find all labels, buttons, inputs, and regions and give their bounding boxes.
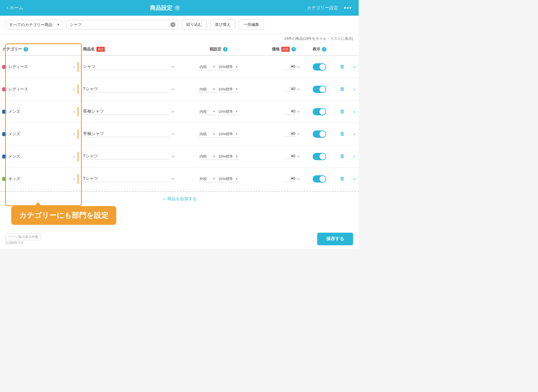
tax-rate-select[interactable]: 10%標準 8%軽減 <box>217 86 239 93</box>
price-value-label: ¥0 <box>284 176 295 181</box>
tax-type-select[interactable]: 内税 外税 不課税 <box>198 153 216 160</box>
name-edit-icon[interactable]: ✏ <box>171 154 175 159</box>
display-toggle[interactable] <box>313 86 326 93</box>
category-expand-icon[interactable]: ∨ <box>73 155 75 158</box>
category-expand-icon[interactable]: ∨ <box>73 110 75 114</box>
bulk-edit-button[interactable]: 一括編集 <box>239 20 264 30</box>
display-toggle[interactable] <box>313 153 326 160</box>
callout-box: カテゴリーにも部門を設定 <box>11 206 116 225</box>
table-row: レディース ∨ シャツ ✏ 内税 外税 不課税 ▼ 10%標準 8%軽減 ▼ <box>0 56 359 78</box>
search-wrapper: ✕ <box>66 20 178 29</box>
tax-type-select[interactable]: 内税 外税 不課税 <box>198 176 216 182</box>
delete-icon[interactable]: 🗑 <box>340 131 345 137</box>
price-edit-icon[interactable]: ✏ <box>297 154 300 159</box>
tax-cell: 内税 外税 不課税 ▼ 10%標準 8%軽減 ▼ <box>179 176 258 182</box>
bottom-bar: ページ毎の表示件数 0,000件です 保存する <box>0 229 359 249</box>
row-detail-icon[interactable]: › <box>353 109 355 114</box>
tax-rate-wrapper: 10%標準 8%軽減 ▼ <box>217 86 239 93</box>
display-cell <box>303 130 336 138</box>
header-title-area: 商品設定 ? <box>150 4 180 12</box>
delete-icon[interactable]: 🗑 <box>340 109 345 115</box>
product-name-label: 半袖シャツ <box>83 131 169 137</box>
tax-rate-select[interactable]: 10%標準 8%軽減 <box>217 153 239 160</box>
display-toggle[interactable] <box>313 108 326 115</box>
save-button[interactable]: 保存する <box>317 233 353 245</box>
tax-rate-select[interactable]: 10%標準 8%軽減 <box>217 64 239 70</box>
name-cell: シャツ ✏ <box>78 64 179 70</box>
category-expand-icon[interactable]: ∨ <box>73 177 75 181</box>
price-edit-icon[interactable]: ✏ <box>297 132 300 136</box>
name-edit-icon[interactable]: ✏ <box>171 87 175 92</box>
tax-cell: 内税 外税 不課税 ▼ 10%標準 8%軽減 ▼ <box>179 86 258 93</box>
tax-rate-select[interactable]: 10%標準 8%軽減 <box>217 131 239 137</box>
search-input[interactable] <box>66 20 178 29</box>
category-name-label: メンズ <box>8 132 71 137</box>
category-name-label: レディース <box>8 87 71 92</box>
delete-icon[interactable]: 🗑 <box>340 86 345 92</box>
name-cell: Tシャツ ✏ <box>78 176 179 182</box>
tax-type-select[interactable]: 内税 外税 不課税 <box>198 131 216 137</box>
toggle-knob <box>319 64 326 70</box>
col-header-display: 表示 ? <box>303 47 336 52</box>
category-expand-icon[interactable]: ∨ <box>73 87 75 91</box>
delete-icon[interactable]: 🗑 <box>340 176 345 182</box>
tax-type-select[interactable]: 内税 外税 不課税 <box>198 86 216 93</box>
name-edit-icon[interactable]: ✏ <box>171 65 175 69</box>
col-header-tax: 税設定 ? <box>179 47 258 52</box>
category-name-label: キッズ <box>8 176 71 181</box>
row-detail-icon[interactable]: › <box>353 154 355 159</box>
category-expand-icon[interactable]: ∨ <box>73 65 75 69</box>
tax-type-wrapper: 内税 外税 不課税 ▼ <box>198 64 216 70</box>
product-name-label: Tシャツ <box>83 176 169 182</box>
row-detail-icon[interactable]: › <box>353 132 355 137</box>
row-actions-cell: 🗑 › <box>336 131 359 137</box>
row-detail-icon[interactable]: › <box>353 87 355 92</box>
price-edit-icon[interactable]: ✏ <box>297 109 300 114</box>
table-body: レディース ∨ シャツ ✏ 内税 外税 不課税 ▼ 10%標準 8%軽減 ▼ <box>0 56 359 190</box>
display-help-icon[interactable]: ? <box>322 47 326 52</box>
tax-rate-select[interactable]: 10%標準 8%軽減 <box>217 176 239 182</box>
filter-button[interactable]: 絞り込む <box>182 20 207 30</box>
price-help-icon[interactable]: ? <box>291 47 296 52</box>
sort-button[interactable]: 並び替え <box>210 20 235 30</box>
display-cell <box>303 86 336 93</box>
back-button[interactable]: ‹ ホーム <box>7 5 23 11</box>
name-edit-icon[interactable]: ✏ <box>171 109 175 114</box>
tax-rate-select[interactable]: 10%標準 8%軽減 <box>217 108 239 115</box>
category-color-dot <box>2 65 6 69</box>
title-help-icon[interactable]: ? <box>175 5 180 11</box>
row-detail-icon[interactable]: › <box>353 176 355 181</box>
display-toggle[interactable] <box>313 175 326 183</box>
tax-help-icon[interactable]: ? <box>223 47 228 52</box>
name-cell: 半袖シャツ ✏ <box>78 131 179 137</box>
category-settings-link[interactable]: カテゴリー設定 <box>307 5 338 11</box>
row-detail-icon[interactable]: › <box>353 64 355 69</box>
table-row: レディース ∨ Tシャツ ✏ 内税 外税 不課税 ▼ 10%標準 8%軽減 ▼ <box>0 78 359 101</box>
category-cell: レディース ∨ <box>0 85 78 94</box>
category-select[interactable]: すべてのカテゴリー商品 レディース メンズ キッズ <box>6 20 63 29</box>
search-clear-icon[interactable]: ✕ <box>170 22 175 27</box>
category-expand-icon[interactable]: ∨ <box>73 132 75 136</box>
price-edit-icon[interactable]: ✏ <box>297 177 300 181</box>
display-toggle[interactable] <box>313 130 326 138</box>
price-value-label: ¥0 <box>284 154 295 159</box>
header-right-area: カテゴリー設定 ••• <box>307 4 352 11</box>
back-chevron-icon: ‹ <box>7 5 8 10</box>
delete-icon[interactable]: 🗑 <box>340 153 345 159</box>
name-edit-icon[interactable]: ✏ <box>171 177 175 181</box>
tax-rate-wrapper: 10%標準 8%軽減 ▼ <box>217 153 239 160</box>
delete-icon[interactable]: 🗑 <box>340 64 345 70</box>
price-edit-icon[interactable]: ✏ <box>297 87 300 92</box>
add-product-link[interactable]: ＋ 商品を追加する <box>162 196 197 201</box>
display-toggle[interactable] <box>313 63 326 71</box>
category-help-icon[interactable]: ? <box>24 47 28 52</box>
category-name-label: メンズ <box>8 154 71 159</box>
more-options-icon[interactable]: ••• <box>344 4 352 11</box>
display-cell <box>303 175 336 183</box>
tax-type-select[interactable]: 内税 外税 不課税 <box>198 64 216 70</box>
col-header-price: 価格 必須 ? <box>258 47 303 52</box>
tax-type-wrapper: 内税 外税 不課税 ▼ <box>198 153 216 160</box>
price-edit-icon[interactable]: ✏ <box>297 65 300 69</box>
tax-type-select[interactable]: 内税 外税 不課税 <box>198 108 216 115</box>
name-edit-icon[interactable]: ✏ <box>171 132 175 136</box>
